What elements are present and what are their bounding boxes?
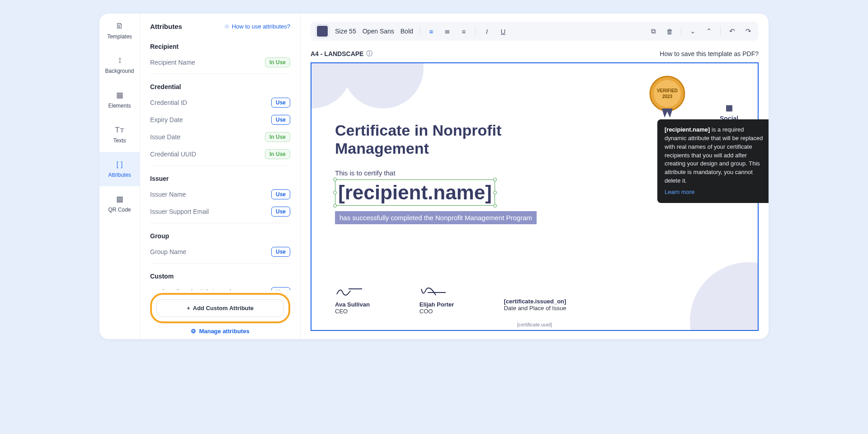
editor-pane: Size 55 Open Sans Bold ≡ ≣ ≡ I U ⧉ 🗑 ⌄ ⌃… bbox=[301, 14, 769, 339]
add-attribute-highlight: + Add Custom Attribute bbox=[150, 293, 290, 323]
nav-label: Texts bbox=[113, 137, 126, 144]
attr-issuer-email[interactable]: Issuer Support Email Use bbox=[150, 203, 290, 220]
status-pill[interactable]: Use bbox=[271, 287, 290, 290]
svg-text:2023: 2023 bbox=[662, 94, 673, 99]
attr-issuer-name[interactable]: Issuer Name Use bbox=[150, 186, 290, 203]
app-window: 🗎 Templates ⟟ Background ▦ Elements Tᴛ T… bbox=[99, 14, 769, 339]
signature-1: Ava Sullivan CEO bbox=[335, 284, 370, 315]
verified-seal: VERIFIED 2023 bbox=[645, 73, 690, 118]
send-backward-icon[interactable]: ⌃ bbox=[704, 27, 714, 35]
attr-recipient-name[interactable]: Recipient Name In Use bbox=[150, 54, 290, 71]
svg-point-1 bbox=[654, 80, 681, 107]
manage-attributes-link[interactable]: ⚙ Manage attributes bbox=[150, 323, 290, 335]
help-link[interactable]: ☆ How to use attributes? bbox=[224, 23, 290, 30]
section-credential: Credential bbox=[150, 77, 290, 94]
save-pdf-link[interactable]: How to save this template as PDF? bbox=[660, 50, 759, 57]
section-issuer: Issuer bbox=[150, 169, 290, 186]
nav-qrcode[interactable]: ▩ QR Code bbox=[99, 186, 140, 221]
delete-icon[interactable]: 🗑 bbox=[665, 28, 675, 35]
nav-label: Templates bbox=[107, 33, 132, 40]
signature-row: Ava Sullivan CEO Elijah Porter COO [cert… bbox=[335, 284, 566, 315]
recipient-name-field[interactable]: [recipient.name] bbox=[335, 179, 495, 206]
deco-circle bbox=[342, 62, 424, 108]
color-swatch[interactable] bbox=[316, 25, 329, 38]
status-pill: In Use bbox=[265, 132, 290, 142]
canvas-format-label: A4 - LANDSCAPE ⓘ bbox=[311, 50, 373, 58]
status-pill[interactable]: Use bbox=[271, 189, 290, 199]
status-pill[interactable]: Use bbox=[271, 207, 290, 217]
text-toolbar: Size 55 Open Sans Bold ≡ ≣ ≡ I U ⧉ 🗑 ⌄ ⌃… bbox=[311, 22, 759, 41]
brackets-icon: [ ] bbox=[116, 160, 123, 169]
attr-credential-uuid[interactable]: Credential UUID In Use bbox=[150, 146, 290, 163]
add-custom-attribute-button[interactable]: + Add Custom Attribute bbox=[156, 299, 284, 317]
signature-2: Elijah Porter COO bbox=[420, 284, 454, 315]
status-pill[interactable]: Use bbox=[271, 247, 290, 257]
font-size-select[interactable]: Size 55 bbox=[335, 28, 356, 35]
paint-icon: ⟟ bbox=[118, 56, 121, 65]
align-right-icon[interactable]: ≡ bbox=[459, 28, 469, 35]
status-pill[interactable]: Use bbox=[271, 98, 290, 108]
nav-rail: 🗎 Templates ⟟ Background ▦ Elements Tᴛ T… bbox=[99, 14, 140, 339]
copy-icon[interactable]: ⧉ bbox=[648, 27, 658, 35]
section-custom: Custom bbox=[150, 266, 290, 283]
section-group: Group bbox=[150, 226, 290, 243]
nav-background[interactable]: ⟟ Background bbox=[99, 48, 140, 82]
tooltip-bold: [recipient.name] bbox=[665, 126, 710, 133]
nav-label: Elements bbox=[108, 103, 131, 109]
nav-attributes[interactable]: [ ] Attributes bbox=[99, 152, 140, 186]
certificate-uuid: [certificate.uuid] bbox=[517, 322, 552, 327]
plus-icon: + bbox=[187, 305, 190, 311]
certificate-title[interactable]: Certificate in Nonprofit Management bbox=[335, 121, 547, 157]
bring-forward-icon[interactable]: ⌄ bbox=[688, 27, 698, 35]
nav-templates[interactable]: 🗎 Templates bbox=[99, 14, 140, 48]
completion-text[interactable]: has successfully completed the Nonprofit… bbox=[335, 211, 537, 224]
attr-issue-date[interactable]: Issue Date In Use bbox=[150, 128, 290, 146]
nav-label: QR Code bbox=[108, 207, 131, 213]
attr-expiry-date[interactable]: Expiry Date Use bbox=[150, 111, 290, 128]
shapes-icon: ▦ bbox=[116, 90, 123, 100]
deco-circle bbox=[690, 262, 759, 331]
undo-icon[interactable]: ↶ bbox=[727, 27, 737, 35]
status-pill: In Use bbox=[265, 149, 290, 159]
recipient-name-placeholder: [recipient.name] bbox=[338, 181, 492, 204]
star-icon: ☆ bbox=[224, 23, 230, 30]
attr-custom-1[interactable]: number of credentials issued Use bbox=[150, 283, 290, 290]
file-icon: 🗎 bbox=[116, 22, 123, 31]
nav-label: Background bbox=[105, 68, 134, 74]
underline-icon[interactable]: U bbox=[498, 28, 508, 35]
issue-date-block: [certificate.issued_on] Date and Place o… bbox=[504, 284, 566, 315]
gear-icon: ⚙ bbox=[191, 328, 196, 335]
attribute-tooltip: [recipient.name] is a required dynamic a… bbox=[657, 119, 769, 203]
learn-more-link[interactable]: Learn more bbox=[665, 188, 694, 197]
status-pill: In Use bbox=[265, 57, 290, 67]
font-weight-select[interactable]: Bold bbox=[401, 28, 413, 35]
section-recipient: Recipient bbox=[150, 37, 290, 54]
status-pill[interactable]: Use bbox=[271, 115, 290, 125]
info-icon[interactable]: ⓘ bbox=[366, 50, 373, 58]
attributes-panel: Attributes ☆ How to use attributes? Reci… bbox=[140, 14, 301, 339]
font-family-select[interactable]: Open Sans bbox=[363, 28, 394, 35]
redo-icon[interactable]: ↷ bbox=[743, 27, 753, 35]
attr-credential-id[interactable]: Credential ID Use bbox=[150, 94, 290, 111]
nav-elements[interactable]: ▦ Elements bbox=[99, 82, 140, 117]
attributes-list: Recipient Recipient Name In Use Credenti… bbox=[150, 37, 290, 290]
nav-texts[interactable]: Tᴛ Texts bbox=[99, 117, 140, 152]
align-center-icon[interactable]: ≣ bbox=[443, 27, 453, 35]
qr-icon: ▩ bbox=[116, 194, 123, 204]
grid-icon: ▦ bbox=[712, 103, 746, 113]
align-left-icon[interactable]: ≡ bbox=[426, 28, 436, 35]
nav-label: Attributes bbox=[108, 172, 131, 178]
attr-group-name[interactable]: Group Name Use bbox=[150, 243, 290, 260]
panel-title: Attributes bbox=[150, 23, 182, 30]
text-icon: Tᴛ bbox=[115, 125, 124, 135]
svg-text:VERIFIED: VERIFIED bbox=[657, 88, 678, 93]
italic-icon[interactable]: I bbox=[482, 28, 492, 35]
